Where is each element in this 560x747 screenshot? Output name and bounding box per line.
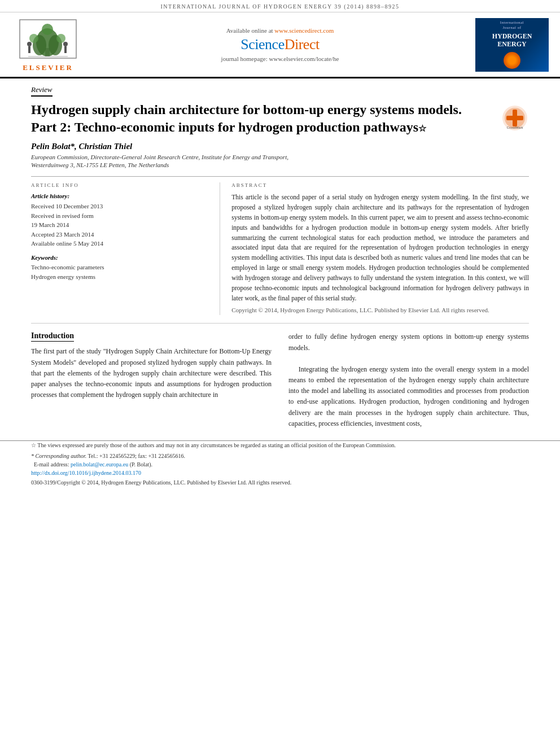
center-banner: Available online at www.sciencedirect.co… bbox=[85, 27, 475, 62]
elsevier-tree-icon bbox=[17, 17, 79, 62]
section-divider bbox=[31, 323, 529, 324]
footnote-corresponding: * Corresponding author. Tel.: +31 224565… bbox=[31, 452, 529, 460]
history-available-online: Available online 5 May 2014 bbox=[31, 239, 208, 248]
body-left-column: Introduction The first part of the study… bbox=[31, 331, 272, 429]
abstract-text: This article is the second paper of a se… bbox=[231, 193, 529, 303]
svg-rect-16 bbox=[506, 116, 523, 120]
elsevier-brand: ELSEVIER bbox=[23, 63, 73, 72]
email-person: (P. Bolat). bbox=[130, 461, 152, 468]
page: International Journal of Hydrogen Energy… bbox=[0, 0, 560, 747]
article-info-header: Article Info bbox=[31, 182, 208, 188]
journal-homepage: journal homepage: www.elsevier.com/locat… bbox=[85, 55, 475, 62]
svg-rect-9 bbox=[28, 46, 30, 53]
affiliation-line1: European Commission, Directorate-General… bbox=[31, 154, 529, 160]
history-received-revised-label: Received in revised form bbox=[31, 211, 208, 221]
history-received-revised: 19 March 2014 bbox=[31, 220, 208, 230]
introduction-title: Introduction bbox=[31, 331, 74, 342]
email-label: E-mail address: bbox=[34, 461, 69, 468]
doi-link[interactable]: http://dx.doi.org/10.1016/j.ijhydene.201… bbox=[31, 470, 141, 476]
body-section: Introduction The first part of the study… bbox=[0, 331, 560, 429]
svg-rect-11 bbox=[64, 46, 67, 53]
elsevier-logo: ELSEVIER bbox=[11, 17, 85, 72]
article-info-abstract-section: Article Info Article history: Received 1… bbox=[31, 176, 529, 315]
body-right-column: order to fully define hydrogen energy sy… bbox=[288, 331, 529, 429]
authors: Pelin Bolat*, Christian Thiel bbox=[31, 142, 529, 151]
article-title-row: Hydrogen supply chain architecture for b… bbox=[31, 101, 529, 136]
footnote-star-icon: ☆ bbox=[31, 442, 37, 448]
history-accepted: Accepted 23 March 2014 bbox=[31, 230, 208, 239]
journal-header: International Journal of Hydrogen Energy… bbox=[0, 0, 560, 12]
keywords-label: Keywords: bbox=[31, 254, 208, 261]
footnote-issn: 0360-3199/Copyright © 2014, Hydrogen Ene… bbox=[31, 478, 529, 487]
svg-point-8 bbox=[27, 42, 32, 46]
svg-point-4 bbox=[29, 34, 38, 43]
hjl-circle-icon bbox=[504, 52, 520, 69]
copyright-text: Copyright © 2014, Hydrogen Energy Public… bbox=[231, 305, 529, 315]
article-info-column: Article Info Article history: Received 1… bbox=[31, 182, 220, 315]
hydrogen-journal-logo: InternationalJournal of HYDROGENENERGY bbox=[475, 18, 549, 72]
keyword-2: Hydrogen energy systems bbox=[31, 272, 208, 282]
svg-point-6 bbox=[42, 24, 53, 35]
history-label: Article history: bbox=[31, 193, 208, 199]
hjl-title-text: HYDROGENENERGY bbox=[492, 32, 532, 49]
crossmark-icon: CrossMark bbox=[501, 104, 529, 132]
intro-col2-text: order to fully define hydrogen energy sy… bbox=[288, 331, 529, 429]
hjl-intl-text: InternationalJournal of bbox=[500, 20, 524, 30]
svg-point-5 bbox=[56, 34, 65, 43]
footnote-section: ☆ The views expressed are purely those o… bbox=[0, 440, 560, 487]
main-content: Review Hydrogen supply chain architectur… bbox=[0, 78, 560, 315]
footnote-email: E-mail address: pelin.bolat@ec.europa.eu… bbox=[31, 460, 529, 469]
logo-banner: ELSEVIER Available online at www.science… bbox=[0, 12, 560, 78]
sciencedirect-url[interactable]: www.sciencedirect.com bbox=[274, 27, 334, 34]
two-col-body: Introduction The first part of the study… bbox=[31, 331, 529, 429]
affiliation-line2: Westerduinweg 3, NL-1755 LE Petten, The … bbox=[31, 161, 529, 168]
sciencedirect-title: ScienceDirect bbox=[85, 36, 475, 53]
history-received: Received 10 December 2013 bbox=[31, 202, 208, 211]
svg-point-10 bbox=[63, 42, 68, 46]
title-star: ☆ bbox=[418, 124, 426, 133]
footnote-doi: http://dx.doi.org/10.1016/j.ijhydene.201… bbox=[31, 469, 529, 477]
email-link[interactable]: pelin.bolat@ec.europa.eu bbox=[71, 461, 128, 468]
footnote-star-note: ☆ The views expressed are purely those o… bbox=[31, 441, 529, 449]
svg-text:CrossMark: CrossMark bbox=[506, 126, 523, 129]
journal-title: International Journal of Hydrogen Energy… bbox=[160, 3, 399, 10]
corresponding-label: * Corresponding author. bbox=[31, 453, 86, 459]
abstract-column: Abstract This article is the second pape… bbox=[220, 182, 529, 315]
article-title: Hydrogen supply chain architecture for b… bbox=[31, 101, 501, 136]
contact-info: Tel.: +31 224565229; fax: +31 224565616. bbox=[88, 453, 186, 459]
keyword-1: Techno-economic parameters bbox=[31, 263, 208, 273]
article-type-label: Review bbox=[31, 85, 53, 97]
available-online-text: Available online at www.sciencedirect.co… bbox=[85, 27, 475, 34]
intro-col1-text: The first part of the study "Hydrogen Su… bbox=[31, 346, 272, 400]
abstract-header: Abstract bbox=[231, 182, 529, 188]
